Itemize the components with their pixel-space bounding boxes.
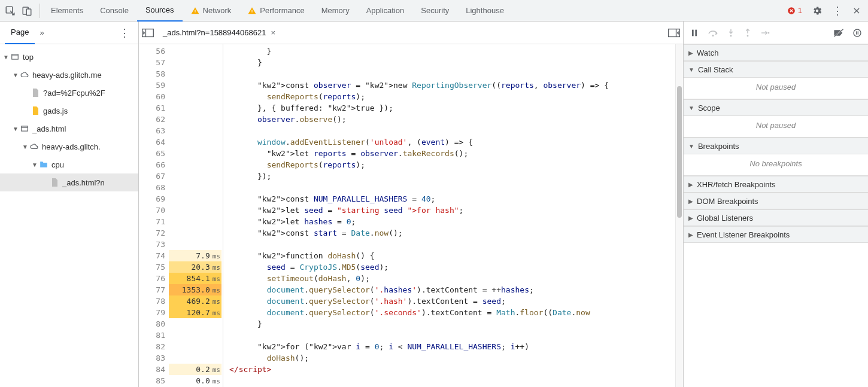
navigator-sidebar: Page » ⋮ ▼top ▼heavy-ads.glitch.me ?ad=%… [0, 22, 139, 387]
file-icon [30, 89, 41, 97]
code-content[interactable]: } } "kw2">const observer = "kw2">new Rep… [223, 44, 683, 387]
svg-point-11 [730, 35, 732, 36]
inspect-icon[interactable] [5, 5, 16, 16]
line-timings: 7.9ms20.3ms854.1ms1353.0ms469.2ms120.7ms… [169, 44, 223, 387]
sidebar-kebab-icon[interactable]: ⋮ [116, 26, 133, 39]
pause-icon[interactable] [690, 28, 699, 38]
svg-rect-8 [692, 29, 694, 36]
scope-section-header[interactable]: ▼Scope [684, 99, 868, 116]
file-tree: ▼top ▼heavy-ads.glitch.me ?ad=%2Fcpu%2F … [0, 44, 138, 387]
svg-point-14 [854, 29, 861, 36]
device-toggle-icon[interactable] [22, 5, 32, 16]
svg-point-13 [768, 32, 770, 33]
kebab-menu-icon[interactable]: ⋮ [832, 4, 843, 17]
code-editor[interactable]: 5657585960616263646566676869707172737475… [139, 44, 683, 387]
event-listener-breakpoints-header[interactable]: ▶Event Listener Breakpoints [684, 226, 868, 243]
pause-on-exceptions-icon[interactable] [852, 28, 862, 38]
tab-network[interactable]: Network [183, 0, 240, 22]
tab-security[interactable]: Security [412, 0, 457, 22]
callstack-body: Not paused [684, 78, 868, 99]
tree-folder[interactable]: ▼cpu [0, 156, 138, 173]
tab-console[interactable]: Console [92, 0, 137, 22]
breakpoints-section-header[interactable]: ▼Breakpoints [684, 138, 868, 154]
svg-rect-9 [695, 29, 697, 36]
source-file-tab[interactable]: _ads.html?n=1588944068621× [157, 22, 281, 44]
tree-top[interactable]: ▼top [0, 48, 138, 66]
tree-domain[interactable]: ▼heavy-ads.glitch.me [0, 66, 138, 84]
tree-file[interactable]: ?ad=%2Fcpu%2F [0, 84, 138, 102]
page-tab[interactable]: Page [5, 22, 35, 44]
line-numbers: 5657585960616263646566676869707172737475… [139, 44, 169, 387]
nav-history-icon[interactable] [139, 28, 157, 38]
tab-application[interactable]: Application [358, 0, 413, 22]
close-tab-icon[interactable]: × [271, 22, 275, 44]
step-out-icon[interactable] [743, 28, 752, 38]
frame-icon [10, 53, 20, 61]
source-editor-pane: _ads.html?n=1588944068621× 5657585960616… [139, 22, 684, 387]
close-devtools-icon[interactable] [852, 7, 861, 15]
tab-memory[interactable]: Memory [313, 0, 358, 22]
global-listeners-header[interactable]: ▶Global Listeners [684, 209, 868, 226]
tree-domain[interactable]: ▼heavy-ads.glitch. [0, 138, 138, 156]
settings-icon[interactable] [812, 5, 823, 16]
file-icon [49, 178, 60, 187]
scope-body: Not paused [684, 116, 868, 138]
breakpoints-body: No breakpoints [684, 154, 868, 176]
tab-performance[interactable]: Performance [239, 0, 312, 22]
xhr-breakpoints-header[interactable]: ▶XHR/fetch Breakpoints [684, 176, 868, 193]
more-tabs-chevron[interactable]: » [35, 28, 48, 37]
svg-rect-16 [858, 31, 858, 34]
deactivate-breakpoints-icon[interactable] [833, 28, 844, 38]
step-into-icon[interactable] [727, 28, 735, 38]
tree-file-selected[interactable]: _ads.html?n [0, 173, 138, 191]
svg-point-12 [747, 35, 749, 36]
svg-rect-15 [856, 31, 857, 34]
tree-file[interactable]: gads.js [0, 102, 138, 120]
watch-section-header[interactable]: ▶Watch [684, 44, 868, 61]
folder-icon [38, 161, 49, 168]
svg-rect-5 [22, 126, 28, 131]
callstack-section-header[interactable]: ▼Call Stack [684, 61, 868, 78]
svg-point-10 [712, 35, 714, 36]
toggle-nav-icon[interactable] [665, 28, 683, 38]
svg-rect-4 [12, 54, 19, 59]
tab-sources[interactable]: Sources [137, 0, 183, 22]
warning-icon [191, 7, 199, 15]
dom-breakpoints-header[interactable]: ▶DOM Breakpoints [684, 193, 868, 209]
cloud-icon [29, 143, 40, 150]
vertical-scrollbar[interactable] [675, 44, 683, 387]
js-file-icon [30, 106, 41, 115]
error-count[interactable]: 1 [787, 6, 802, 15]
tab-lighthouse[interactable]: Lighthouse [457, 0, 512, 22]
step-icon[interactable] [760, 28, 770, 38]
devtools-tabbar: Elements Console Sources Network Perform… [0, 0, 868, 22]
cloud-icon [19, 71, 30, 78]
tab-elements[interactable]: Elements [43, 0, 92, 22]
scrollbar-thumb[interactable] [677, 86, 682, 218]
warning-icon [248, 7, 256, 15]
svg-rect-2 [26, 9, 31, 16]
step-over-icon[interactable] [708, 28, 718, 38]
tree-frame[interactable]: ▼_ads.html [0, 120, 138, 138]
frame-icon [19, 124, 30, 133]
debugger-pane: ▶Watch ▼Call Stack Not paused ▼Scope Not… [684, 22, 868, 387]
